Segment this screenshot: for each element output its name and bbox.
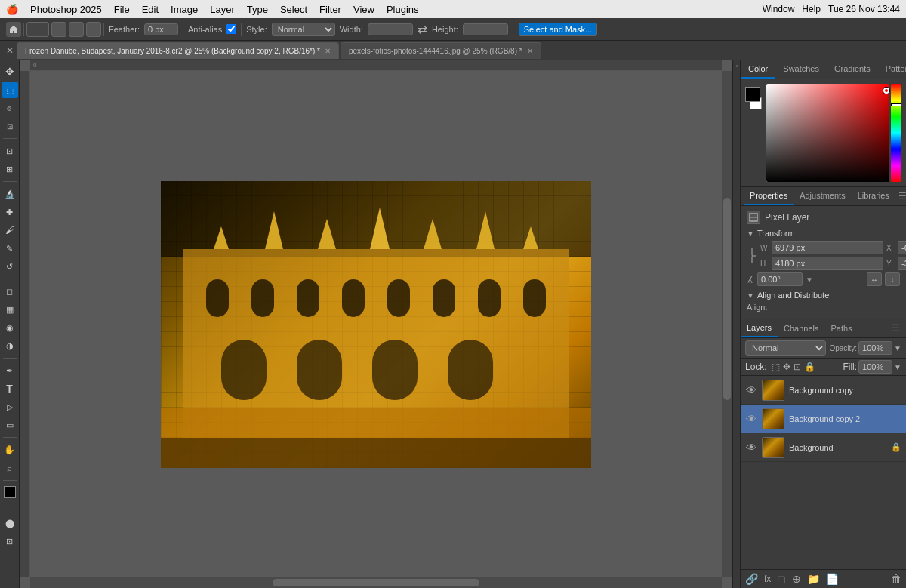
width-input[interactable] [368,23,413,35]
tab-2[interactable]: pexels-fotios-photos-1444416.jpg @ 25% (… [341,42,541,59]
apple-menu[interactable]: 🍎 [6,4,18,15]
feather-input[interactable] [144,23,178,35]
antialias-checkbox[interactable] [226,24,236,34]
link-layers-btn[interactable]: 🔗 [745,573,758,585]
frame-tool-btn[interactable]: ⊞ [2,161,18,177]
marquee-options[interactable] [26,22,49,37]
layer-background[interactable]: 👁 Background 🔒 [741,433,906,462]
select-mask-button[interactable]: Select and Mask... [519,23,598,36]
menu-type[interactable]: Type [247,4,268,15]
layer-background-copy[interactable]: 👁 Background copy [741,376,906,405]
screen-mode-btn[interactable]: ⊡ [2,533,18,550]
path-select-btn[interactable]: ▷ [2,399,18,415]
tab-1-close[interactable]: ✕ [325,47,331,55]
color-tab[interactable]: Color [741,60,775,79]
transform-arrow[interactable]: ▼ [747,229,754,238]
menu-edit[interactable]: Edit [142,4,159,15]
fg-swatch[interactable] [745,87,760,102]
lock-artboards-icon[interactable]: ⊡ [794,362,801,372]
swap-wh-button[interactable]: ⇄ [418,22,427,36]
align-arrow[interactable]: ▼ [747,291,754,300]
home-button[interactable] [6,22,21,37]
scroll-thumb-h[interactable] [273,579,480,586]
angle-dropdown[interactable]: ▼ [806,276,813,284]
quick-mask-btn[interactable]: ⬤ [2,515,18,531]
menu-image[interactable]: Image [171,4,198,15]
zoom-btn[interactable]: ⌕ [2,460,18,476]
hand-btn[interactable]: ✋ [2,442,18,458]
lock-pixels-icon[interactable]: ⬚ [772,362,780,372]
canvas-area[interactable]: 0 [20,60,732,588]
patterns-tab[interactable]: Patterns [878,60,906,79]
flip-v-btn[interactable]: ↕ [885,272,900,286]
history-btn[interactable]: ↺ [2,258,18,275]
layers-menu[interactable]: ☰ [886,319,906,337]
menu-select[interactable]: Select [280,4,307,15]
height-input[interactable] [463,23,508,35]
flip-h-btn[interactable]: ↔ [867,272,882,286]
menu-window[interactable]: Window [763,4,795,14]
menu-view[interactable]: View [353,4,374,15]
h-input[interactable] [772,257,883,270]
blur-btn[interactable]: ◉ [2,319,18,336]
paths-tab[interactable]: Paths [825,320,858,337]
menu-file[interactable]: File [114,4,130,15]
menu-filter[interactable]: Filter [319,4,341,15]
gradient-btn[interactable]: ▦ [2,301,18,318]
style-select[interactable]: Normal Fixed Ratio Fixed Size [272,23,335,36]
tab-1[interactable]: Frozen Danube, Budapest, January 2016-8.… [17,42,339,59]
menu-layer[interactable]: Layer [210,4,235,15]
layer-2-visibility[interactable]: 👁 [745,413,757,425]
y-input[interactable] [898,257,906,270]
marquee-subtract[interactable] [69,22,84,37]
crop-tool-btn[interactable]: ⊡ [2,143,18,159]
add-style-btn[interactable]: fx [764,574,771,584]
adjustment-layer-btn[interactable]: ⊕ [792,573,801,585]
hue-cursor[interactable] [891,103,901,106]
hue-slider[interactable] [891,84,901,182]
brush-btn[interactable]: 🖌 [2,222,18,239]
opacity-input[interactable] [858,341,892,355]
delete-layer-btn[interactable]: 🗑 [891,573,901,585]
libraries-tab[interactable]: Libraries [852,187,895,205]
tab-collapse[interactable]: ✕ [3,44,17,57]
x-input[interactable] [898,241,906,254]
scroll-thumb-v[interactable] [723,198,731,400]
scrollbar-horizontal[interactable] [30,577,722,588]
add-mask-btn[interactable]: ◻ [777,573,786,585]
type-btn[interactable]: T [2,380,18,397]
props-menu[interactable]: ☰ [895,187,906,205]
new-layer-btn[interactable]: 📄 [826,573,839,585]
healing-btn[interactable]: ✚ [2,204,18,220]
fg-color-swatch[interactable] [4,486,16,498]
marquee-tool-btn[interactable]: ⬚ [2,82,18,98]
fill-arrow[interactable]: ▼ [894,363,901,371]
blend-mode-select[interactable]: Normal Multiply Screen [745,340,826,356]
channels-tab[interactable]: Channels [778,320,824,337]
layer-background-copy-2[interactable]: 👁 Background copy 2 [741,405,906,433]
canvas-image[interactable] [161,181,591,468]
menu-help[interactable]: Help [802,4,821,14]
panel-collapse-handle[interactable]: ⋮ [732,60,740,588]
lock-all-icon[interactable]: 🔒 [804,362,815,372]
fill-input[interactable] [858,360,892,374]
lock-position-icon[interactable]: ✥ [783,362,790,372]
shape-btn[interactable]: ▭ [2,417,18,433]
dodge-btn[interactable]: ◑ [2,337,18,354]
marquee-intersect[interactable] [86,22,101,37]
scrollbar-vertical[interactable] [722,71,732,577]
layer-1-visibility[interactable]: 👁 [745,384,757,396]
color-spectrum[interactable] [766,84,901,182]
adjustments-tab[interactable]: Adjustments [794,187,852,205]
object-select-btn[interactable]: ⊡ [2,118,18,134]
gradients-tab[interactable]: Gradients [827,60,878,79]
lasso-tool-btn[interactable]: ⌾ [2,100,18,116]
tab-2-close[interactable]: ✕ [527,47,533,55]
eyedropper-btn[interactable]: 🔬 [2,186,18,202]
add-group-btn[interactable]: 📁 [807,573,820,585]
canvas-viewport[interactable] [30,71,722,577]
layers-tab[interactable]: Layers [741,319,778,337]
pen-btn[interactable]: ✒ [2,362,18,379]
eraser-btn[interactable]: ◻ [2,283,18,300]
properties-tab[interactable]: Properties [744,187,794,205]
